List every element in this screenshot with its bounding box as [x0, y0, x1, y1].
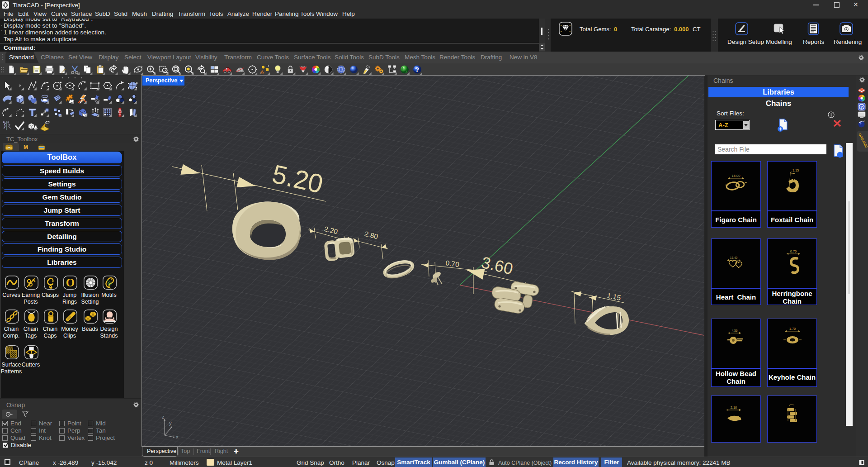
svg-text:4.56: 4.56	[732, 329, 738, 332]
svg-text:y: y	[169, 420, 172, 426]
svg-text:x: x	[176, 434, 179, 439]
svg-text:?: ?	[415, 66, 420, 73]
svg-text:0.70: 0.70	[790, 249, 797, 253]
svg-text:O: O	[66, 276, 75, 289]
svg-text:1.70: 1.70	[789, 327, 796, 331]
svg-text:13.40: 13.40	[730, 256, 738, 259]
svg-text:2.10: 2.10	[731, 405, 737, 410]
svg-text:?: ?	[860, 105, 863, 110]
svg-text:z: z	[162, 414, 165, 419]
svg-text:ORGANIC: ORGANIC	[858, 133, 868, 149]
svg-text:1.15: 1.15	[793, 168, 799, 172]
svg-text:15.00: 15.00	[732, 174, 741, 178]
